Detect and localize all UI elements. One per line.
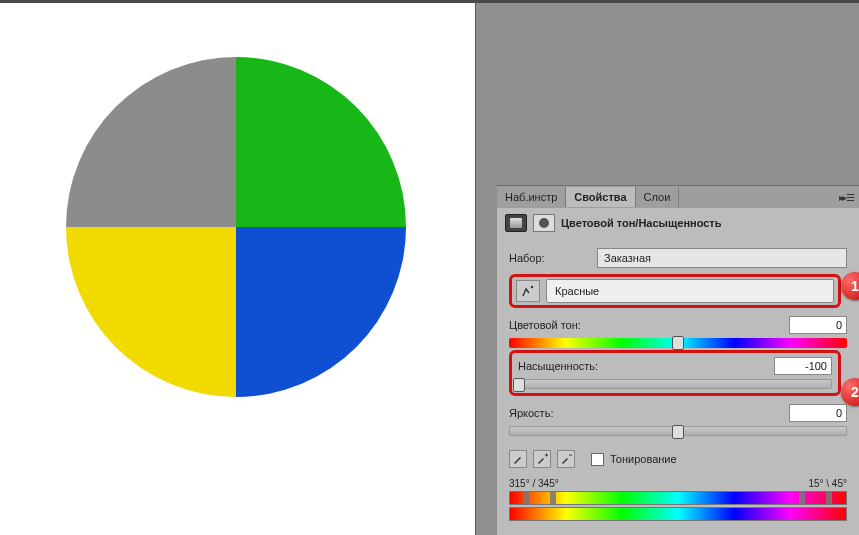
hue-range-left: 315° / 345°: [509, 478, 559, 489]
svg-point-0: [531, 286, 533, 288]
properties-panel: Наб.инстр Свойства Слои ▸▸ ☰ Цветовой то…: [497, 185, 859, 535]
lightness-slider-block: Яркость: 0: [509, 404, 847, 436]
range-marker-a[interactable]: [799, 491, 805, 505]
callout-2: 2: [841, 378, 859, 406]
adjustment-header: Цветовой тон/Насыщенность: [497, 208, 859, 238]
tab-properties[interactable]: Свойства: [566, 187, 635, 207]
pie-quadrant-gray: [66, 57, 236, 227]
hue-value-input[interactable]: 0: [789, 316, 847, 334]
color-range-row: Красные: [509, 274, 841, 308]
colorize-checkbox[interactable]: [591, 453, 604, 466]
preset-label: Набор:: [509, 252, 591, 264]
callout-1: 1: [841, 272, 859, 300]
adjustment-title: Цветовой тон/Насыщенность: [561, 217, 722, 229]
hue-slider-block: Цветовой тон: 0: [509, 316, 847, 348]
lightness-slider-thumb[interactable]: [672, 425, 684, 439]
tab-tool-presets[interactable]: Наб.инстр: [497, 187, 566, 207]
hue-label: Цветовой тон:: [509, 319, 581, 331]
lightness-slider-track[interactable]: [509, 426, 847, 436]
range-marker-d[interactable]: [550, 491, 556, 505]
pie-quadrant-green: [236, 57, 406, 227]
panel-tabs: Наб.инстр Свойства Слои ▸▸ ☰: [497, 186, 859, 208]
lightness-label: Яркость:: [509, 407, 553, 419]
pie-chart: [66, 57, 406, 397]
colorize-label: Тонирование: [610, 453, 677, 465]
eyedropper-row: Тонирование: [509, 450, 847, 468]
document-canvas[interactable]: [0, 0, 476, 535]
tab-layers[interactable]: Слои: [636, 187, 680, 207]
preset-dropdown[interactable]: Заказная: [597, 248, 847, 268]
layer-mask-icon[interactable]: [533, 214, 555, 232]
color-range-value: Красные: [555, 285, 599, 297]
eyedropper-minus-icon[interactable]: [557, 450, 575, 468]
range-marker-c[interactable]: [523, 491, 529, 505]
preset-row: Набор: Заказная: [509, 248, 847, 268]
lightness-value-input[interactable]: 0: [789, 404, 847, 422]
panel-menu-icon[interactable]: ▸▸ ☰: [833, 192, 859, 203]
saturation-slider-thumb[interactable]: [513, 378, 525, 392]
right-dock: Наб.инстр Свойства Слои ▸▸ ☰ Цветовой то…: [497, 0, 859, 535]
eyedropper-plus-icon[interactable]: [533, 450, 551, 468]
saturation-slider-block: Насыщенность: -100: [518, 357, 832, 389]
preset-value: Заказная: [604, 252, 651, 264]
hue-range-readout: 315° / 345° 15° \ 45°: [509, 478, 847, 489]
hue-range-right: 15° \ 45°: [808, 478, 847, 489]
dock-empty-area: [497, 3, 859, 185]
saturation-slider-track[interactable]: [518, 379, 832, 389]
hue-sat-icon: [505, 214, 527, 232]
targeted-adjust-icon[interactable]: [516, 280, 540, 302]
range-marker-b[interactable]: [826, 491, 832, 505]
hue-slider-thumb[interactable]: [672, 336, 684, 350]
saturation-highlight: Насыщенность: -100: [509, 350, 841, 396]
spectrum-bottom: [509, 507, 847, 521]
pie-quadrant-blue: [236, 227, 406, 397]
saturation-value-input[interactable]: -100: [774, 357, 832, 375]
workspace-background: [476, 0, 497, 535]
saturation-label: Насыщенность:: [518, 360, 598, 372]
hue-slider-track[interactable]: [509, 338, 847, 348]
color-range-dropdown[interactable]: Красные: [546, 279, 834, 303]
eyedropper-icon[interactable]: [509, 450, 527, 468]
spectrum-top[interactable]: [509, 491, 847, 505]
pie-quadrant-yellow: [66, 227, 236, 397]
